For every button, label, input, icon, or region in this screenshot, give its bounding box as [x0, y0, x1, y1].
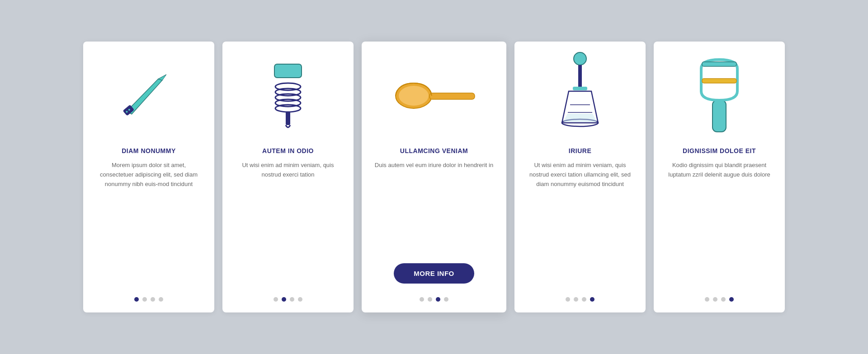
- svg-rect-25: [702, 62, 736, 66]
- dot: [582, 297, 586, 302]
- dot: [590, 297, 594, 302]
- dot: [713, 297, 717, 302]
- card-4-desc: Ut wisi enim ad minim veniam, quis nostr…: [525, 161, 635, 284]
- svg-rect-11: [286, 112, 290, 125]
- card-autem-in-odio: AUTEM IN ODIO Ut wisi enim ad minim veni…: [222, 42, 354, 312]
- svg-marker-22: [563, 114, 597, 122]
- dot: [274, 297, 278, 302]
- measuring-spoon-icon: [373, 55, 495, 136]
- svg-point-13: [399, 86, 429, 106]
- card-3-dots: [420, 293, 448, 302]
- card-4-title: IRIURE: [569, 147, 591, 154]
- more-info-button[interactable]: MORE INFO: [394, 263, 474, 284]
- card-3-desc: Duis autem vel eum iriure dolor in hendr…: [375, 161, 493, 255]
- card-diam-nonummy: DIAM NONUMMY Morem ipsum dolor sit amet,…: [83, 42, 214, 312]
- dot: [282, 297, 286, 302]
- knife-icon: [94, 55, 203, 136]
- dot: [290, 297, 294, 302]
- dot: [705, 297, 709, 302]
- dot: [721, 297, 726, 302]
- svg-rect-14: [429, 93, 475, 99]
- card-5-title: DIGNISSIM DOLOE EIT: [683, 147, 756, 154]
- card-2-dots: [274, 293, 302, 302]
- dot: [134, 297, 139, 302]
- dot: [566, 297, 570, 302]
- card-2-desc: Ut wisi enim ad minim veniam, quis nostr…: [233, 161, 343, 284]
- svg-rect-23: [712, 100, 726, 132]
- dot: [159, 297, 163, 302]
- cards-container: DIAM NONUMMY Morem ipsum dolor sit amet,…: [56, 23, 812, 331]
- card-4-dots: [566, 293, 594, 302]
- bottle-stopper-icon: [233, 55, 343, 136]
- dot: [574, 297, 578, 302]
- card-1-dots: [134, 293, 163, 302]
- card-iriure: IRIURE Ut wisi enim ad minim veniam, qui…: [514, 42, 646, 312]
- card-dignissim-doloe-eit: DIGNISSIM DOLOE EIT Kodio dignissim qui …: [654, 42, 785, 312]
- card-2-title: AUTEM IN ODIO: [262, 147, 314, 154]
- card-5-desc: Kodio dignissim qui blandit praesent lup…: [665, 161, 774, 284]
- peeler-icon: [665, 55, 774, 136]
- dot: [444, 297, 448, 302]
- dot: [436, 297, 440, 302]
- svg-point-15: [574, 52, 586, 65]
- svg-rect-16: [578, 65, 582, 88]
- card-ullamcing-veniam: ULLAMCING VENIAM Duis autem vel eum iriu…: [362, 42, 506, 312]
- svg-rect-5: [274, 64, 302, 78]
- dot: [142, 297, 147, 302]
- svg-rect-24: [702, 79, 736, 83]
- dot: [420, 297, 424, 302]
- card-1-desc: Morem ipsum dolor sit amet, consectetuer…: [94, 161, 203, 284]
- dot: [729, 297, 734, 302]
- card-5-dots: [705, 293, 734, 302]
- svg-point-10: [275, 105, 301, 112]
- dot: [428, 297, 432, 302]
- svg-rect-17: [573, 87, 587, 90]
- flask-stick-icon: [525, 55, 635, 136]
- card-3-title: ULLAMCING VENIAM: [400, 147, 468, 154]
- card-1-title: DIAM NONUMMY: [122, 147, 176, 154]
- dot: [298, 297, 302, 302]
- dot: [151, 297, 155, 302]
